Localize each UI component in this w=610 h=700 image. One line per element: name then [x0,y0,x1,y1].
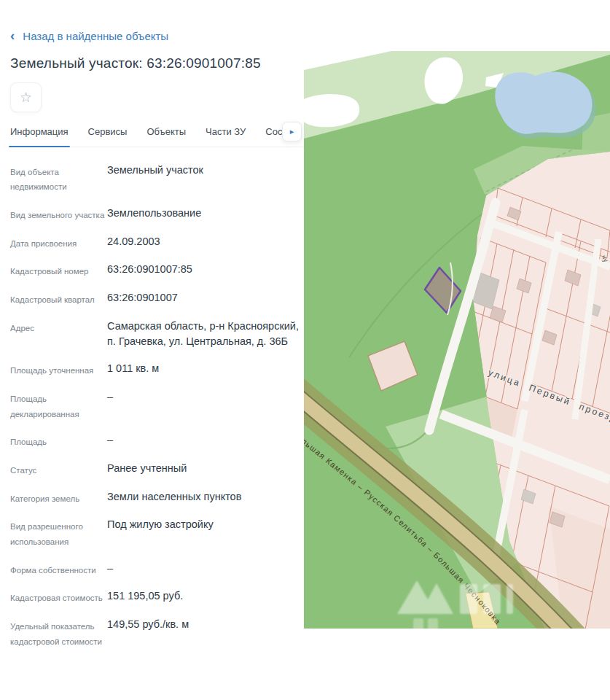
field-value: Земли населенных пунктов [107,489,302,507]
field-value: – [107,389,302,421]
star-icon: ☆ [20,90,32,104]
field-value: Землепользование [107,206,302,223]
field-label: Кадастровая стоимость [10,588,106,606]
field-label: Форма собственности [10,561,106,578]
info-rows: Вид объекта недвижимостиЗемельный участо… [10,157,302,655]
info-row: Вид объекта недвижимостиЗемельный участо… [10,157,302,200]
info-row: СтатусРанее учтенный [10,455,302,483]
tab-parts[interactable]: Части ЗУ [206,126,246,147]
tab-objects[interactable]: Объекты [146,126,186,147]
map-canvas: льшая Каменка – Русская Селитьба – Больш… [304,51,610,629]
chevron-right-icon: ▸ [290,127,294,136]
info-row: Вид разрешенного использованияПод жилую … [10,512,302,555]
info-row: Кадастровый квартал63:26:0901007 [10,284,302,313]
field-label: Кадастровый квартал [10,290,106,308]
tab-bar: Информация Сервисы Объекты Части ЗУ Сост… [10,126,304,147]
tab-information[interactable]: Информация [10,126,69,147]
field-value: Самарская область, р-н Красноярский, п. … [107,319,302,351]
field-label: Адрес [10,319,106,351]
cadastral-map[interactable]: льшая Каменка – Русская Селитьба – Больш… [304,51,610,629]
info-row: Кадастровый номер63:26:0901007:85 [10,257,302,285]
field-value: 1 011 кв. м [107,361,302,378]
back-link[interactable]: ‹ Назад в найденные объекты [10,29,304,43]
info-row: Дата присвоения24.09.2003 [10,228,302,257]
field-label: Вид объекта недвижимости [10,163,106,195]
info-row: Форма собственности– [10,555,302,583]
info-row: Площадь– [10,427,302,456]
info-row: Площадь декларированная– [10,384,302,427]
field-value: 149,55 руб./кв. м [107,617,302,649]
info-row: АдресСамарская область, р-н Красноярский… [10,313,302,356]
object-info-panel: ‹ Назад в найденные объекты Земельный уч… [0,0,304,655]
field-label: Удельный показатель кадастровой стоимост… [10,617,106,649]
field-value: – [107,561,302,578]
cadastral-object-page: ‹ Назад в найденные объекты Земельный уч… [0,0,610,700]
field-label: Площадь декларированная [10,389,106,421]
field-value: 63:26:0901007 [107,290,302,308]
chevron-left-icon: ‹ [10,28,15,42]
info-row: Категория земельЗемли населенных пунктов [10,483,302,512]
tabs-scroll-right-button[interactable]: ▸ [282,122,302,141]
page-title: Земельный участок: 63:26:0901007:85 [10,55,304,71]
field-value: Земельный участок [107,163,302,195]
field-value: 24.09.2003 [107,234,302,252]
field-label: Статус [10,461,106,478]
info-row: Вид земельного участкаЗемлепользование [10,200,302,228]
field-label: Категория земель [10,489,106,507]
info-row: Удельный показатель кадастровой стоимост… [10,612,302,655]
favorite-button[interactable]: ☆ [10,82,42,112]
field-label: Кадастровый номер [10,262,106,279]
field-label: Площадь уточненная [10,361,106,378]
field-label: Вид земельного участка [10,206,106,223]
field-label: Площадь [10,432,106,450]
map-clearing [304,94,359,127]
field-value: Ранее учтенный [107,461,302,478]
field-label: Дата присвоения [10,234,106,252]
field-value: 63:26:0901007:85 [107,262,302,279]
field-value: – [107,432,302,450]
tab-services[interactable]: Сервисы [88,126,128,147]
field-label: Вид разрешенного использования [10,517,106,549]
field-value: 151 195,05 руб. [107,588,302,606]
map-pond [495,71,592,133]
info-row: Кадастровая стоимость151 195,05 руб. [10,583,302,612]
field-value: Под жилую застройку [107,517,302,549]
back-link-label: Назад в найденные объекты [23,30,168,42]
info-row: Площадь уточненная1 011 кв. м [10,356,302,384]
